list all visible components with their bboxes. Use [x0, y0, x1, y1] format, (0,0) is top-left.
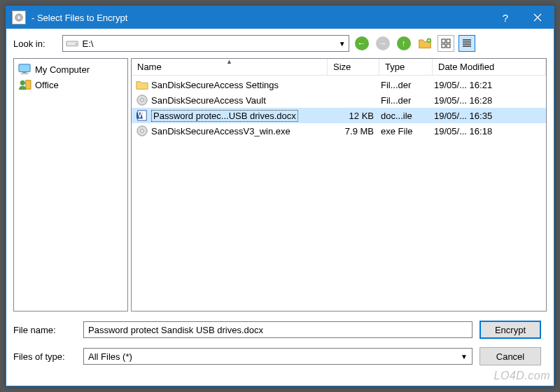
file-date: 19/05/... 16:21	[434, 80, 546, 90]
titlebar: - Select Files to Encrypt ?	[6, 6, 554, 29]
folder-icon	[136, 78, 148, 91]
toolbar: Look in: E:\ ▼ ← → ↑	[6, 29, 554, 58]
files-of-type-value: All Files (*)	[88, 351, 132, 362]
svg-rect-10	[22, 72, 26, 74]
files-of-type-label: Files of type:	[13, 351, 76, 362]
chevron-down-icon: ▼	[339, 40, 346, 48]
app-icon	[12, 10, 26, 24]
sort-indicator-icon: ▲	[226, 58, 232, 65]
user-icon	[17, 78, 32, 91]
file-size: 7.9 MB	[329, 126, 381, 136]
file-row[interactable]: SanDiskSecureAccess Vault Fil...der 19/0…	[132, 92, 546, 108]
file-name: SanDiskSecureAccessV3_win.exe	[151, 126, 290, 136]
sidebar-item-office[interactable]: Office	[15, 77, 126, 92]
cancel-button[interactable]: Cancel	[479, 347, 541, 365]
forward-button[interactable]: →	[374, 35, 391, 52]
sidebar-item-label: Office	[35, 80, 59, 90]
file-rows: SanDiskSecureAccess Settings Fil...der 1…	[132, 76, 546, 139]
list-icon	[462, 38, 472, 48]
up-button[interactable]: ↑	[396, 35, 412, 52]
close-button[interactable]	[522, 6, 554, 29]
file-type: exe File	[381, 126, 434, 136]
grid-icon	[441, 38, 451, 48]
drive-icon	[66, 38, 78, 48]
svg-rect-11	[21, 73, 29, 74]
svg-point-15	[141, 99, 144, 102]
column-header-row: ▲Name Size Type Date Modified	[132, 59, 546, 76]
file-type: doc...ile	[381, 111, 434, 121]
file-row[interactable]: SanDiskSecureAccess Settings Fil...der 1…	[132, 77, 546, 92]
arrow-right-icon: →	[376, 36, 390, 50]
disc-icon	[136, 94, 148, 106]
svg-point-12	[20, 80, 25, 85]
file-row[interactable]: SanDiskSecureAccessV3_win.exe 7.9 MB exe…	[132, 123, 546, 139]
look-in-value: E:\	[83, 38, 339, 49]
svg-rect-8	[447, 44, 450, 48]
folder-new-icon	[418, 37, 432, 50]
svg-text:W: W	[138, 111, 146, 119]
svg-point-1	[18, 16, 20, 19]
file-date: 19/05/... 16:18	[434, 126, 546, 136]
file-name: SanDiskSecureAccess Settings	[151, 80, 279, 90]
word-doc-icon: W	[136, 109, 148, 122]
svg-rect-7	[442, 44, 445, 48]
back-button[interactable]: ←	[354, 35, 370, 52]
svg-rect-6	[447, 39, 450, 43]
chevron-down-icon: ▼	[461, 353, 468, 360]
file-type: Fil...der	[381, 95, 434, 106]
file-name: SanDiskSecureAccess Vault	[151, 95, 266, 106]
svg-rect-13	[26, 80, 31, 90]
bottom-panel: File name: Encrypt Files of type: All Fi…	[6, 312, 554, 373]
file-size: 12 KB	[329, 111, 381, 121]
new-folder-button[interactable]	[416, 35, 433, 52]
sidebar: My Computer Office	[13, 58, 128, 312]
disc-icon	[136, 125, 148, 137]
arrow-up-icon: ↑	[397, 36, 411, 50]
icon-view-button[interactable]	[438, 35, 454, 52]
file-list: ▲Name Size Type Date Modified SanDiskSec…	[131, 58, 547, 312]
arrow-left-icon: ←	[355, 36, 369, 50]
file-row[interactable]: W Password protec...USB drives.docx 12 K…	[132, 108, 546, 123]
files-of-type-combo[interactable]: All Files (*) ▼	[83, 348, 472, 365]
file-date: 19/05/... 16:35	[434, 111, 546, 121]
column-header-size[interactable]: Size	[328, 59, 379, 75]
file-name: Password protec...USB drives.docx	[151, 110, 298, 122]
column-header-name[interactable]: ▲Name	[132, 59, 328, 75]
look-in-combo[interactable]: E:\ ▼	[62, 35, 349, 52]
file-name-label: File name:	[13, 325, 76, 335]
help-button[interactable]: ?	[489, 6, 522, 29]
svg-rect-5	[442, 39, 445, 43]
svg-rect-3	[75, 43, 76, 45]
file-type: Fil...der	[381, 80, 434, 90]
svg-rect-9	[19, 64, 30, 72]
detail-view-button[interactable]	[458, 35, 475, 52]
look-in-label: Look in:	[13, 38, 46, 49]
file-date: 19/05/... 16:28	[434, 95, 546, 106]
sidebar-item-my-computer[interactable]: My Computer	[15, 62, 126, 77]
body-area: My Computer Office ▲Name Size Type Date …	[6, 58, 554, 312]
column-header-date[interactable]: Date Modified	[433, 59, 546, 75]
svg-point-20	[141, 130, 144, 132]
file-dialog: - Select Files to Encrypt ? Look in: E:\…	[6, 6, 554, 386]
column-header-type[interactable]: Type	[379, 59, 433, 75]
computer-icon	[17, 63, 32, 76]
file-name-input[interactable]	[83, 321, 472, 338]
encrypt-button[interactable]: Encrypt	[479, 321, 541, 339]
sidebar-item-label: My Computer	[35, 64, 90, 75]
window-title: - Select Files to Encrypt	[31, 13, 489, 23]
